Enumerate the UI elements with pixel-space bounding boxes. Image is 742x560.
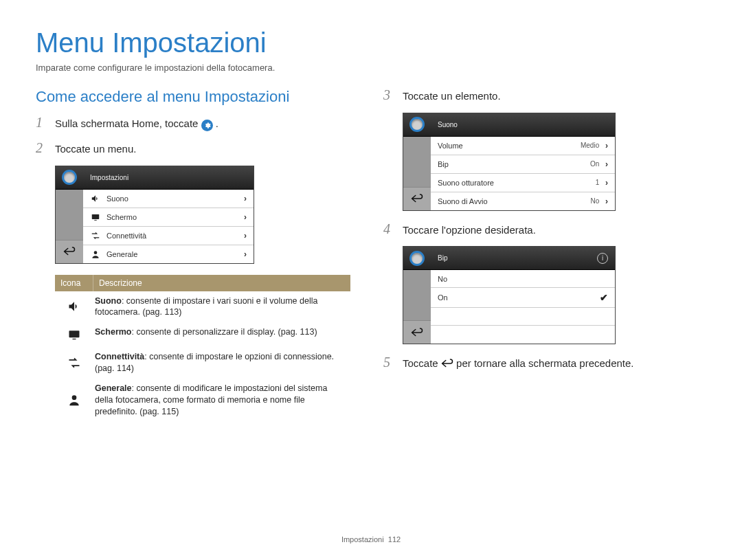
lcd-sidebar: [403, 113, 431, 210]
step-1-pre: Sulla schermata Home, toccate: [55, 117, 201, 129]
header-desc: Descrizione: [93, 275, 350, 291]
step-5-post: per tornare alla schermata precedente.: [456, 357, 633, 369]
step-number: 3: [383, 88, 396, 103]
gear-icon[interactable]: [403, 113, 431, 137]
cell-text: Connettività: consente di impostare le o…: [93, 347, 350, 379]
info-icon[interactable]: i: [597, 253, 608, 264]
back-button[interactable]: [403, 320, 431, 344]
menu-row-suono[interactable]: Suono ›: [83, 190, 254, 208]
row-label: Suono otturatore: [438, 179, 494, 187]
chevron-right-icon: ›: [605, 178, 608, 188]
row-label: Volume: [438, 142, 463, 150]
step-text: Toccare l'opzione desiderata.: [403, 222, 536, 237]
menu-row-connettivita[interactable]: Connettività ›: [83, 227, 254, 245]
back-icon: [441, 359, 453, 368]
page-subtitle: Imparate come configurare le impostazion…: [36, 63, 706, 73]
right-column: 3 Toccate un elemento. Suono Volume Medi…: [383, 88, 706, 422]
step-5-pre: Toccate: [403, 357, 441, 369]
svg-rect-1: [94, 220, 97, 221]
footer-label: Impostazioni: [341, 535, 384, 544]
step-number: 1: [36, 115, 48, 131]
row-value: 1 ›: [596, 178, 608, 188]
row-value: No ›: [590, 197, 608, 206]
connectivity-icon: [55, 347, 93, 379]
step-1: 1 Sulla schermata Home, toccate .: [36, 115, 359, 131]
page-footer: Impostazioni 112: [0, 535, 742, 544]
menu-row-schermo[interactable]: Schermo ›: [83, 208, 254, 227]
step-1-post: .: [216, 117, 218, 129]
person-icon: [55, 379, 93, 422]
row-label: Suono: [106, 194, 128, 203]
chevron-right-icon: ›: [244, 231, 247, 240]
content-columns: Come accedere al menu Impostazioni 1 Sul…: [36, 88, 706, 422]
page-title: Menu Impostazioni: [36, 27, 706, 58]
table-row: Schermo: consente di personalizzare il d…: [55, 322, 350, 347]
speaker-icon: [55, 291, 93, 323]
step-text: Toccate un menu.: [55, 141, 136, 156]
lcd-body: Impostazioni Suono › Schermo › Connettiv…: [83, 166, 254, 263]
table-row: Generale: consente di modificare le impo…: [55, 379, 350, 422]
svg-rect-4: [73, 339, 76, 339]
chevron-right-icon: ›: [605, 197, 608, 206]
section-heading: Come accedere al menu Impostazioni: [36, 88, 359, 106]
menu-row-volume[interactable]: Volume Medio ›: [431, 137, 615, 155]
chevron-right-icon: ›: [244, 194, 247, 203]
row-label: No: [438, 275, 447, 283]
icon-description-table: Icona Descrizione Suono: consente di imp…: [55, 275, 350, 422]
speaker-icon: [90, 194, 101, 203]
chevron-right-icon: ›: [605, 159, 608, 169]
header-icon: Icona: [55, 275, 93, 291]
step-number: 2: [36, 141, 48, 156]
chevron-right-icon: ›: [605, 141, 608, 150]
back-button[interactable]: [56, 240, 83, 263]
lcd-suono-menu: Suono Volume Medio › Bip On › Suono ottu…: [403, 113, 616, 211]
left-column: Come accedere al menu Impostazioni 1 Sul…: [36, 88, 359, 422]
svg-point-5: [72, 396, 77, 401]
table-header: Icona Descrizione: [55, 275, 350, 291]
gear-icon[interactable]: [56, 166, 83, 190]
chevron-right-icon: ›: [244, 212, 247, 222]
step-3: 3 Toccate un elemento.: [383, 88, 706, 103]
step-5: 5 Toccate per tornare alla schermata pre…: [383, 355, 706, 370]
step-2: 2 Toccate un menu.: [36, 141, 359, 156]
row-label: Generale: [106, 250, 137, 258]
lcd-body: Bip i No On ✔: [431, 247, 615, 344]
gear-icon: [201, 120, 213, 131]
footer-page-number: 112: [388, 535, 401, 544]
connectivity-icon: [90, 231, 101, 240]
svg-point-2: [94, 251, 98, 254]
step-text: Toccate per tornare alla schermata prece…: [403, 355, 634, 370]
step-number: 5: [383, 355, 396, 370]
lcd-body: Suono Volume Medio › Bip On › Suono ottu…: [431, 113, 615, 210]
menu-row-bip[interactable]: Bip On ›: [431, 155, 615, 174]
back-button[interactable]: [403, 187, 431, 210]
menu-row-suono-avvio[interactable]: Suono di Avvio No ›: [431, 192, 615, 210]
check-icon: ✔: [600, 292, 608, 303]
gear-icon[interactable]: [403, 247, 431, 270]
table-row: Suono: consente di impostare i vari suon…: [55, 291, 350, 323]
menu-row-generale[interactable]: Generale ›: [83, 245, 254, 263]
option-row-no[interactable]: No: [431, 270, 615, 288]
step-text: Sulla schermata Home, toccate .: [55, 115, 218, 131]
menu-row-suono-otturatore[interactable]: Suono otturatore 1 ›: [431, 174, 615, 192]
lcd-sidebar: [56, 166, 83, 263]
cell-text: Generale: consente di modificare le impo…: [93, 379, 350, 422]
lcd-settings-menu: Impostazioni Suono › Schermo › Connettiv…: [55, 166, 254, 264]
lcd-title: Impostazioni: [83, 166, 254, 190]
step-number: 4: [383, 222, 396, 237]
empty-row: [431, 308, 615, 326]
person-icon: [90, 249, 101, 259]
svg-rect-3: [69, 331, 80, 337]
row-label: On: [438, 293, 448, 302]
lcd-title: Bip i: [431, 247, 615, 270]
row-value: Medio ›: [581, 141, 608, 150]
empty-row: [431, 326, 615, 344]
cell-text: Schermo: consente di personalizzare il d…: [93, 322, 350, 347]
step-text: Toccate un elemento.: [403, 88, 501, 103]
display-icon: [55, 322, 93, 347]
step-4: 4 Toccare l'opzione desiderata.: [383, 222, 706, 237]
row-label: Connettività: [106, 232, 146, 240]
lcd-sidebar: [403, 247, 431, 344]
option-row-on[interactable]: On ✔: [431, 288, 615, 308]
svg-rect-0: [92, 214, 100, 219]
